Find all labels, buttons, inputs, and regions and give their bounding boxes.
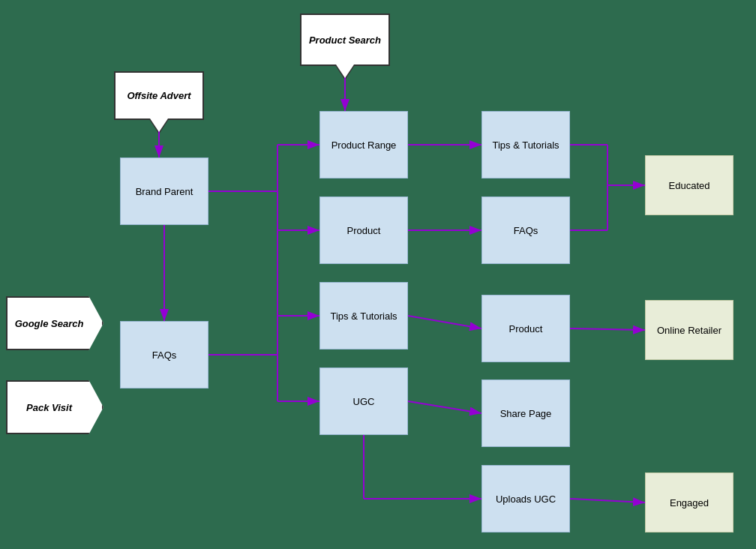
faqs-right-node: FAQs (482, 196, 570, 264)
ugc-node: UGC (320, 368, 408, 435)
online-retailer-node: Online Retailer (645, 300, 734, 360)
uploads-ugc-node: Uploads UGC (482, 465, 570, 532)
product-right-node: Product (482, 295, 570, 362)
tips-tutorials-mid-node: Tips & Tutorials (320, 282, 408, 350)
tips-tutorials-right-node: Tips & Tutorials (482, 111, 570, 178)
educated-node: Educated (645, 155, 734, 215)
diagram-container: Product Search Offsite Advert Brand Pare… (0, 0, 756, 549)
product-range-node: Product Range (320, 111, 408, 178)
share-page-node: Share Page (482, 380, 570, 447)
google-search-node: Google Search (6, 296, 104, 350)
faqs-left-node: FAQs (120, 321, 208, 388)
offsite-advert-node: Offsite Advert (114, 71, 204, 120)
svg-line-14 (408, 401, 482, 413)
pack-visit-node: Pack Visit (6, 380, 104, 434)
brand-parent-node: Brand Parent (120, 158, 208, 225)
product-search-node: Product Search (300, 14, 390, 66)
svg-line-21 (570, 328, 645, 330)
svg-line-13 (408, 316, 482, 328)
svg-line-22 (570, 499, 645, 502)
engaged-node: Engaged (645, 472, 734, 532)
product-mid-node: Product (320, 196, 408, 264)
